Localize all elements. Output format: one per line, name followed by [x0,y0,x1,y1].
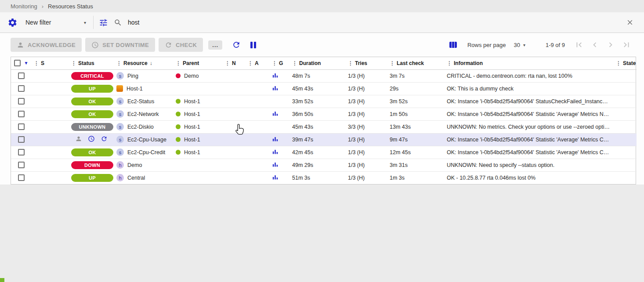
parent-name[interactable]: Demo [184,73,199,79]
breadcrumb-monitoring[interactable]: Monitoring [11,3,37,10]
resource-cell: sEc2-Network [114,108,173,120]
column-header-s[interactable]: ⋮S [31,57,69,69]
drag-handle-icon[interactable]: ⋮ [225,60,230,66]
column-label: State [623,60,636,66]
filter-settings-gear-icon[interactable] [4,14,20,30]
row-checkbox[interactable] [18,85,25,92]
pause-autorefresh-button[interactable] [250,42,256,48]
row-checkbox[interactable] [18,174,25,181]
graph-cell [269,120,289,133]
resource-name[interactable]: Ec2-Cpu-Usage [127,137,166,143]
resource-name[interactable]: Ec2-Diskio [127,124,154,130]
row-checkbox[interactable] [18,149,25,155]
resource-name[interactable]: Central [127,175,145,181]
graph-button[interactable] [272,137,279,144]
graph-button[interactable] [272,176,279,182]
status-cell: UP [69,171,114,184]
drag-handle-icon[interactable]: ⋮ [248,60,253,66]
resource-name[interactable]: Ec2-Status [127,98,154,105]
parent-name[interactable]: Host-1 [184,111,200,117]
parent-name[interactable]: Host-1 [184,149,200,155]
selection-menu-caret-icon[interactable]: ▼ [24,61,29,65]
row-checkbox[interactable] [18,162,25,168]
acknowledged-person-icon [75,135,82,142]
next-page-button[interactable] [606,40,615,50]
row-checkbox[interactable] [18,136,25,143]
severity-cell [31,82,69,95]
filter-preset-select[interactable]: New filter ▾ [20,17,90,28]
column-header-information[interactable]: ⋮Information [444,57,613,69]
parent-cell: Host-1 [173,95,222,108]
graph-button[interactable] [272,74,279,80]
column-header-a[interactable]: ⋮A [245,57,269,69]
table-row[interactable]: OKsEc2-Cpu-CreditHost-142m 45s1/3 (H)12m… [11,146,637,159]
column-header-status[interactable]: ⋮Status [69,57,114,69]
resource-name[interactable]: Ec2-Cpu-Credit [127,149,165,155]
column-header-parent[interactable]: ⋮Parent [173,57,222,69]
select-all-checkbox[interactable] [14,60,21,66]
row-checkbox[interactable] [18,72,25,79]
acknowledge-button[interactable]: ACKNOWLEDGE [11,38,82,52]
table-row[interactable]: OKsEc2-StatusHost-133m 52s1/3 (H)3m 52sO… [11,95,637,108]
column-header-n[interactable]: ⋮N [222,57,245,69]
column-header-resource[interactable]: ⋮Resource↓ [114,57,173,69]
parent-name[interactable]: Host-1 [184,98,200,105]
check-in-progress-icon [101,135,108,142]
graph-button[interactable] [272,112,279,118]
table-row[interactable]: sEc2-Cpu-UsageHost-139m 47s1/3 (H)9m 47s… [11,133,637,146]
duration-cell: 51m 3s [289,171,345,184]
filter-tune-button[interactable] [95,14,111,30]
drag-handle-icon[interactable]: ⋮ [447,60,452,66]
parent-status-dot [176,99,181,104]
notes-cell [222,69,245,82]
parent-name[interactable]: Host-1 [184,124,200,130]
column-header-duration[interactable]: ⋮Duration [289,57,345,69]
column-header-state[interactable]: ⋮State [613,57,637,69]
breadcrumb-resources-status[interactable]: Resources Status [48,3,93,10]
column-header-last-check[interactable]: ⋮Last check [387,57,444,69]
edit-columns-button[interactable] [449,42,457,48]
resource-name[interactable]: Demo [127,162,142,168]
drag-handle-icon[interactable]: ⋮ [390,60,395,66]
sort-desc-icon[interactable]: ↓ [150,60,152,66]
drag-handle-icon[interactable]: ⋮ [116,60,122,66]
first-page-button[interactable] [574,40,584,50]
rows-per-page-select[interactable]: 30 ▾ [514,42,525,48]
drag-handle-icon[interactable]: ⋮ [616,60,621,66]
column-header-tries[interactable]: ⋮Tries [345,57,387,69]
previous-page-button[interactable] [590,40,600,50]
resource-name[interactable]: Ec2-Network [127,111,159,117]
table-row[interactable]: DOWNhDemo49m 29s1/3 (H)3m 31sUNKNOWN: Ne… [11,159,637,171]
chevron-right-icon [606,40,615,50]
graph-button[interactable] [272,163,279,169]
table-row[interactable]: UPHost-145m 43s1/3 (H)29sOK: This is a d… [11,82,637,95]
graph-button[interactable] [272,87,279,93]
resource-name[interactable]: Ping [127,73,138,79]
more-actions-button[interactable]: ... [208,40,222,50]
first-page-icon [574,40,584,50]
graph-button[interactable] [272,150,279,156]
table-row[interactable]: UPhCentral51m 3s1/3 (H)1m 3sOK - 10.25.8… [11,171,637,184]
row-checkbox[interactable] [18,111,25,117]
drag-handle-icon[interactable]: ⋮ [348,60,353,66]
drag-handle-icon[interactable]: ⋮ [34,60,39,66]
table-row[interactable]: UNKNOWNsEc2-DiskioHost-145m 43s3/3 (H)13… [11,120,637,133]
column-header-g[interactable]: ⋮G [269,57,289,69]
refresh-button[interactable] [232,40,241,49]
row-checkbox[interactable] [18,98,25,105]
parent-name[interactable]: Host-1 [184,137,200,143]
drag-handle-icon[interactable]: ⋮ [272,60,277,66]
drag-handle-icon[interactable]: ⋮ [71,60,76,66]
resource-name[interactable]: Host-1 [127,86,143,92]
check-button[interactable]: CHECK [159,38,203,52]
table-row[interactable]: OKsEc2-NetworkHost-136m 50s1/3 (H)1m 50s… [11,108,637,120]
search-input[interactable] [124,17,622,28]
row-checkbox[interactable] [18,123,25,130]
set-downtime-button[interactable]: SET DOWNTIME [85,38,155,52]
drag-handle-icon[interactable]: ⋮ [292,60,297,66]
last-page-button[interactable] [622,40,631,50]
table-row[interactable]: CRITICALsPingDemo48m 7s1/3 (H)3m 7sCRITI… [11,69,637,82]
information-cell: CRITICAL - demo.centreon.com: rta nan, l… [444,69,613,82]
clear-search-button[interactable] [622,14,638,30]
drag-handle-icon[interactable]: ⋮ [176,60,181,66]
